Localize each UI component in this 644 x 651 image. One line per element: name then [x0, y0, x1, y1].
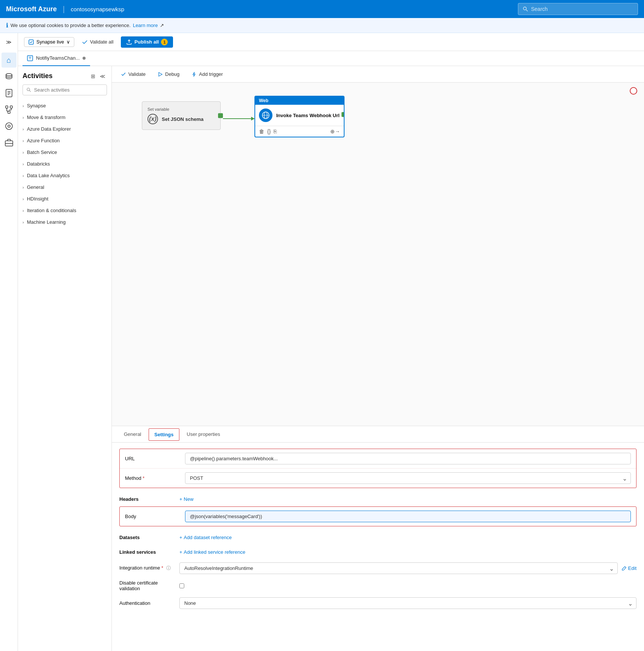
svg-point-2: [6, 74, 12, 76]
web-node[interactable]: Web Invoke Teams Webhook Url: [254, 96, 345, 137]
web-right-connector: [342, 112, 345, 117]
svg-line-1: [526, 10, 528, 11]
activity-label: Move & transform: [27, 115, 66, 120]
content-area: Synapse live ∨ Validate all Publish all …: [18, 33, 644, 651]
new-header-label: New: [184, 496, 194, 502]
datasets-row: Datasets + Add dataset reference: [119, 530, 636, 545]
delete-node-button[interactable]: 🗑: [259, 128, 264, 134]
debug-button[interactable]: Debug: [155, 70, 182, 78]
activity-item-data-lake[interactable]: › Data Lake Analytics: [18, 170, 111, 181]
svg-point-0: [524, 7, 527, 10]
code-node-button[interactable]: {}: [267, 128, 271, 134]
collapse-activities-button[interactable]: ⊞: [89, 72, 97, 80]
edit-ir-link[interactable]: Edit: [621, 565, 636, 571]
edit-label: Edit: [628, 565, 636, 571]
chevron-right-icon: ›: [23, 208, 24, 213]
settings-tab-label: Settings: [154, 432, 173, 437]
synapse-live-button[interactable]: Synapse live ∨: [24, 37, 74, 47]
branch-icon[interactable]: [2, 102, 17, 117]
home-icon[interactable]: ⌂: [2, 53, 17, 68]
integration-runtime-label: Integration runtime * ⓘ: [119, 565, 179, 571]
globe-icon: [259, 108, 272, 122]
integration-runtime-select[interactable]: AutoResolveIntegrationRuntime: [179, 562, 618, 574]
unsaved-indicator: [83, 57, 86, 60]
briefcase-icon[interactable]: [2, 135, 17, 150]
set-variable-content: (x) Set JSON schema: [147, 114, 215, 124]
add-trigger-button[interactable]: Add trigger: [188, 70, 226, 78]
chevron-right-icon: ›: [23, 197, 24, 201]
add-dataset-button[interactable]: + Add dataset reference: [179, 533, 232, 542]
activities-list: › Synapse › Move & transform › Azure Dat…: [18, 100, 111, 651]
activity-item-machine-learning[interactable]: › Machine Learning: [18, 216, 111, 228]
url-input[interactable]: [185, 453, 631, 464]
web-node-header: Web: [255, 96, 344, 105]
activity-item-move-transform[interactable]: › Move & transform: [18, 112, 111, 123]
search-icon: [523, 6, 528, 12]
publish-icon: [126, 39, 132, 45]
activity-label: Azure Function: [27, 138, 60, 143]
body-label: Body: [125, 514, 185, 519]
validate-all-button[interactable]: Validate all: [77, 38, 118, 47]
add-linked-service-label: Add linked service reference: [184, 549, 245, 555]
activity-item-databricks[interactable]: › Databricks: [18, 158, 111, 170]
plus-icon: +: [179, 549, 182, 555]
svg-rect-7: [6, 106, 8, 108]
url-row: URL: [120, 449, 636, 469]
copy-node-button[interactable]: ⎘: [274, 128, 277, 134]
tab-user-properties[interactable]: User properties: [181, 428, 226, 442]
chevron-right-icon: ›: [23, 115, 24, 120]
activity-item-hdinsight[interactable]: › HDInsight: [18, 193, 111, 205]
red-circle-indicator: [630, 87, 637, 95]
new-header-button[interactable]: + New: [179, 495, 194, 503]
chevron-right-icon: ›: [23, 173, 24, 178]
method-select[interactable]: POST GET PUT DELETE: [185, 472, 631, 484]
debug-label: Debug: [165, 71, 179, 77]
body-value: [185, 511, 631, 522]
connect-node-button[interactable]: ⊕→: [330, 128, 340, 134]
body-row: Body: [120, 507, 636, 526]
headers-label: Headers: [119, 496, 179, 502]
body-input[interactable]: [185, 511, 631, 522]
cookie-bar: ℹ We use optional cookies to provide a b…: [0, 18, 644, 33]
activity-item-azure-data-explorer[interactable]: › Azure Data Explorer: [18, 123, 111, 135]
learn-more-link[interactable]: Learn more: [133, 23, 158, 28]
workspace-name: contososynapsewksp: [71, 6, 125, 12]
collapse-button[interactable]: ≫: [3, 36, 15, 48]
disable-cert-checkbox[interactable]: [179, 583, 184, 588]
activities-header: Activities ⊞ ≪: [18, 66, 111, 83]
canvas-area: Validate Debug Add trigger: [112, 66, 644, 651]
body-group: Body: [119, 506, 636, 526]
tab-general[interactable]: General: [118, 428, 147, 442]
monitor-icon[interactable]: [2, 119, 17, 134]
tab-settings[interactable]: Settings: [149, 428, 179, 441]
activity-item-general[interactable]: › General: [18, 181, 111, 193]
activity-item-batch-service[interactable]: › Batch Service: [18, 146, 111, 158]
search-activities-input[interactable]: [34, 87, 103, 93]
activity-item-synapse[interactable]: › Synapse: [18, 100, 111, 112]
publish-all-button[interactable]: Publish all 1: [121, 36, 173, 48]
database-icon[interactable]: [2, 69, 17, 84]
activity-item-azure-function[interactable]: › Azure Function: [18, 135, 111, 146]
document-icon[interactable]: [2, 86, 17, 101]
validate-check-icon: [121, 72, 126, 77]
minimize-activities-button[interactable]: ≪: [98, 72, 107, 80]
ir-select-wrapper: AutoResolveIntegrationRuntime: [179, 562, 618, 574]
disable-cert-checkbox-area: [179, 583, 636, 588]
linked-services-row: Linked services + Add linked service ref…: [119, 545, 636, 559]
top-header: Microsoft Azure | contososynapsewksp Sea…: [0, 0, 644, 18]
activity-label: Batch Service: [27, 149, 57, 155]
pipeline-tab[interactable]: NotifiyTeamsChan...: [23, 51, 90, 66]
plus-icon: +: [179, 496, 182, 502]
search-activities-box[interactable]: [23, 84, 107, 95]
authentication-select[interactable]: None Anonymous Basic: [179, 597, 636, 609]
set-variable-title: Set variable: [147, 107, 215, 112]
add-linked-service-button[interactable]: + Add linked service reference: [179, 548, 245, 556]
brand-name: Microsoft Azure: [6, 5, 57, 13]
set-variable-node[interactable]: Set variable (x) Set JSON schema: [142, 101, 221, 130]
validate-button[interactable]: Validate: [118, 70, 149, 78]
chevron-right-icon: ›: [23, 139, 24, 143]
chevron-right-icon: ›: [23, 127, 24, 131]
search-box[interactable]: Search: [518, 3, 638, 15]
activity-item-iteration[interactable]: › Iteration & conditionals: [18, 205, 111, 216]
external-link-icon: ↗: [160, 23, 164, 28]
